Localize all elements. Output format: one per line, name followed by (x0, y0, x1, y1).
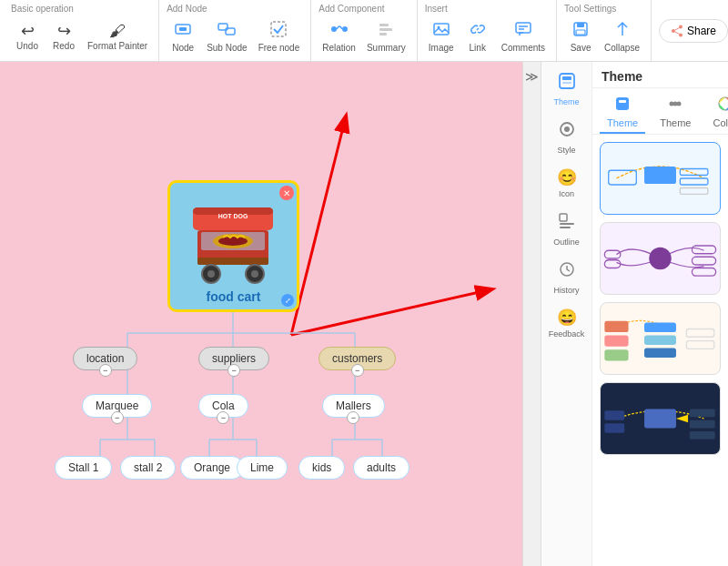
link-button[interactable]: Link (461, 18, 494, 55)
svg-rect-102 (604, 423, 624, 432)
resize-button[interactable]: ⤢ (281, 294, 294, 307)
tab-color-icon (717, 96, 728, 116)
svg-rect-101 (604, 410, 624, 419)
tab-theme-text-glyph (667, 96, 683, 116)
svg-rect-8 (379, 28, 392, 31)
svg-line-22 (675, 27, 680, 30)
image-icon (432, 20, 450, 41)
theme-thumb-3[interactable] (600, 302, 721, 375)
svg-point-65 (251, 270, 258, 278)
location-node[interactable]: location − (73, 347, 137, 370)
collapse-button[interactable]: Collapse (601, 18, 643, 55)
sidebar-icon-button[interactable]: 😊 Icon (544, 162, 590, 204)
sidebar-style-label: Style (557, 146, 575, 155)
toolbar: Basic operation ↩ Undo ↪ Redo 🖌 Format P… (0, 0, 728, 62)
svg-rect-88 (604, 250, 620, 258)
undo-button[interactable]: ↩ Undo (11, 21, 44, 53)
theme-thumb-4[interactable] (600, 382, 721, 455)
link-label: Link (470, 43, 486, 53)
customers-node[interactable]: customers − (318, 347, 396, 370)
share-export-area: ; Share Export (652, 0, 728, 61)
expand-icon: ≫ (525, 69, 539, 84)
cola-node[interactable]: Cola − (198, 394, 248, 418)
sidebar-theme-button[interactable]: Theme (544, 66, 590, 112)
undo-label: Undo (16, 41, 38, 51)
comments-button[interactable]: Comments (498, 18, 549, 55)
sub-node-button[interactable]: Sub Node (203, 18, 250, 55)
svg-rect-89 (604, 260, 620, 268)
root-node[interactable]: ✕ HOT DOG (167, 180, 299, 312)
svg-rect-84 (680, 169, 708, 176)
summary-icon (377, 20, 395, 41)
save-button[interactable]: Save (564, 18, 597, 55)
location-collapse[interactable]: − (99, 364, 112, 377)
sidebar-outline-button[interactable]: Outline (544, 206, 590, 252)
svg-rect-82 (609, 170, 637, 185)
svg-point-6 (342, 26, 348, 32)
suppliers-node[interactable]: suppliers − (198, 347, 269, 370)
suppliers-label: suppliers (212, 352, 256, 365)
share-button[interactable]: ; Share (659, 19, 728, 43)
main-area: ✕ HOT DOG (0, 62, 728, 566)
lime-label: Lime (250, 461, 274, 474)
tab-color[interactable]: Color (706, 92, 729, 134)
svg-text:HOT DOG: HOT DOG (217, 213, 248, 219)
svg-rect-83 (644, 167, 676, 184)
free-node-button[interactable]: Free node (255, 18, 304, 55)
suppliers-collapse[interactable]: − (228, 364, 240, 377)
root-label: food cart (207, 289, 261, 304)
svg-rect-72 (560, 223, 574, 225)
canvas-area[interactable]: ✕ HOT DOG (0, 62, 522, 566)
relation-button[interactable]: Relation (318, 18, 359, 55)
svg-rect-73 (560, 227, 571, 228)
marquee-collapse[interactable]: − (111, 411, 124, 424)
image-label: Image (429, 43, 454, 53)
svg-point-63 (207, 270, 215, 278)
icon-sidebar: Theme Style 😊 Icon Outline (541, 62, 592, 566)
svg-rect-1 (179, 27, 187, 31)
panel-sidebar: ≫ Theme Style 😊 Icon (523, 62, 728, 566)
mallers-node[interactable]: Mallers − (322, 394, 385, 418)
redo-button[interactable]: ↪ Redo (47, 21, 80, 53)
svg-marker-104 (676, 415, 688, 423)
theme-thumb-1[interactable] (600, 142, 721, 215)
svg-rect-10 (434, 24, 449, 35)
svg-rect-4 (271, 22, 286, 36)
panel-expand-button[interactable]: ≫ (523, 62, 541, 566)
sidebar-feedback-button[interactable]: 😄 Feedback (544, 302, 590, 344)
svg-rect-103 (644, 409, 676, 429)
tab-theme-icon[interactable]: Theme (600, 92, 645, 134)
group-label-insert: Insert (425, 4, 448, 14)
format-painter-button[interactable]: 🖌 Format Painter (84, 21, 151, 53)
relation-icon (330, 20, 349, 41)
svg-point-79 (677, 102, 682, 106)
tab-color-label: Color (713, 117, 729, 128)
cola-collapse[interactable]: − (217, 411, 229, 424)
format-painter-label: Format Painter (87, 41, 147, 51)
sidebar-history-button[interactable]: History (544, 254, 590, 300)
image-button[interactable]: Image (425, 18, 458, 55)
sidebar-style-button[interactable]: Style (544, 114, 590, 160)
right-panel: ≫ Theme Style 😊 Icon (522, 62, 728, 566)
sidebar-icon-icon: 😊 (557, 167, 577, 187)
tab-theme-text[interactable]: Theme (652, 92, 698, 134)
customers-collapse[interactable]: − (351, 364, 364, 377)
summary-label: Summary (367, 43, 406, 53)
svg-rect-7 (379, 24, 389, 26)
food-cart-image: HOT DOG (188, 203, 279, 285)
panel-title: Theme (592, 62, 728, 88)
stall1-label: Stall 1 (68, 461, 98, 474)
summary-button[interactable]: Summary (363, 18, 410, 55)
svg-rect-18 (576, 30, 585, 35)
comments-icon (514, 20, 532, 41)
cola-label: Cola (212, 399, 235, 412)
node-button[interactable]: Node (167, 18, 199, 55)
svg-rect-66 (560, 74, 574, 88)
tool-settings-items: Save Collapse (564, 15, 643, 57)
marquee-node[interactable]: Marquee − (82, 394, 152, 418)
comments-label: Comments (501, 43, 545, 53)
mallers-collapse[interactable]: − (347, 411, 359, 424)
svg-point-60 (218, 237, 248, 246)
add-component-items: Relation Summary (318, 15, 410, 57)
theme-thumb-2[interactable] (600, 222, 721, 295)
